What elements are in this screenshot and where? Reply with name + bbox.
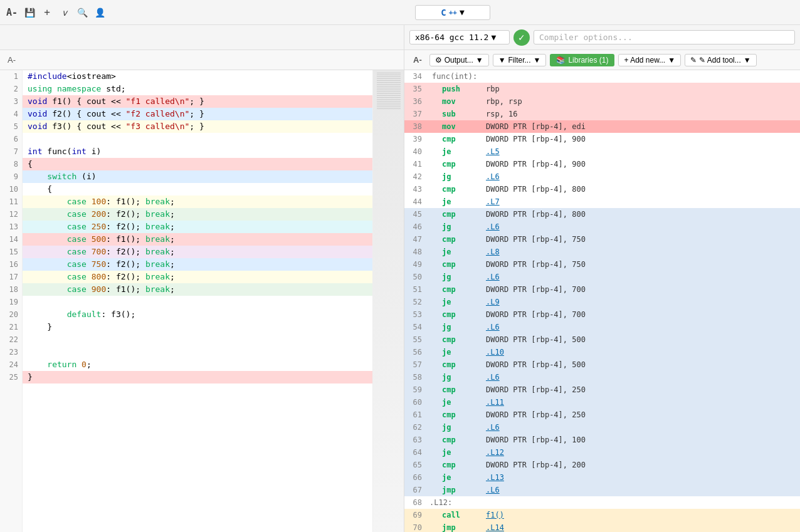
pencil-icon: ✎ bbox=[690, 56, 697, 65]
asm-row-49: 49 cmp DWORD PTR [rbp-4], 750 bbox=[404, 258, 800, 271]
asm-row-47: 47 cmp DWORD PTR [rbp-4], 750 bbox=[404, 233, 800, 246]
asm-link-L6f[interactable]: .L6 bbox=[486, 423, 500, 432]
asm-link-L6a[interactable]: .L6 bbox=[486, 172, 500, 181]
output-label: Output... bbox=[445, 56, 473, 65]
asm-operands-35: rbp bbox=[483, 83, 800, 95]
output-dropdown[interactable]: ▼ bbox=[476, 56, 483, 65]
code-line-12: case 200: f2(); break; bbox=[23, 208, 372, 221]
asm-link-L10[interactable]: .L10 bbox=[486, 348, 504, 357]
source-panel: A- 1 2 3 4 5 6 7 8 9 10 11 12 13 14 15 1… bbox=[0, 50, 404, 532]
ln-10: 10 bbox=[0, 183, 18, 196]
ln-12: 12 bbox=[0, 208, 18, 221]
asm-link-L14[interactable]: .L14 bbox=[486, 523, 504, 532]
v-icon[interactable]: v bbox=[58, 6, 71, 19]
compiler-options-placeholder: Compiler options... bbox=[539, 33, 633, 42]
asm-row-59: 59 cmp DWORD PTR [rbp-4], 250 bbox=[404, 383, 800, 396]
output-btn[interactable]: ⚙ Output... ▼ bbox=[429, 54, 489, 66]
asm-link-L9[interactable]: .L9 bbox=[486, 298, 500, 306]
asm-row-68: 68 .L12: bbox=[404, 496, 800, 509]
compiler-select[interactable]: x86-64 gcc 11.2 ▼ bbox=[409, 30, 510, 44]
add-icon[interactable]: + bbox=[40, 6, 54, 19]
user-icon[interactable]: 👤 bbox=[93, 6, 107, 19]
asm-row-65: 65 cmp DWORD PTR [rbp-4], 200 bbox=[404, 459, 800, 471]
code-line-23 bbox=[23, 346, 372, 358]
asm-link-f1[interactable]: f1() bbox=[486, 511, 504, 519]
compiler-name: x86-64 gcc 11.2 bbox=[415, 33, 488, 42]
add-new-dropdown[interactable]: ▼ bbox=[668, 56, 675, 65]
ln-21: 21 bbox=[0, 321, 18, 333]
code-line-16: case 750: f2(); break; bbox=[23, 258, 372, 271]
asm-row-69: 69 call f1() bbox=[404, 509, 800, 521]
compiler-options-input[interactable]: Compiler options... bbox=[534, 30, 795, 44]
ln-20: 20 bbox=[0, 308, 18, 321]
add-tool-dropdown[interactable]: ▼ bbox=[744, 56, 751, 65]
code-line-6 bbox=[23, 133, 372, 145]
asm-linenum-34: 34 bbox=[404, 70, 427, 83]
code-line-10: { bbox=[23, 183, 372, 196]
asm-link-L6c[interactable]: .L6 bbox=[486, 273, 500, 281]
asm-link-L8[interactable]: .L8 bbox=[486, 248, 500, 256]
ln-6: 6 bbox=[0, 133, 18, 145]
compile-button[interactable]: ✓ bbox=[513, 29, 530, 46]
compiler-language-select[interactable]: C ++ ▼ bbox=[415, 5, 490, 20]
asm-row-44: 44 je .L7 bbox=[404, 196, 800, 208]
ln-1: 1 bbox=[0, 70, 18, 83]
source-code-lines: #include<iostream> using namespace std; … bbox=[23, 70, 372, 532]
source-code-area[interactable]: 1 2 3 4 5 6 7 8 9 10 11 12 13 14 15 16 1… bbox=[0, 70, 404, 532]
minimap-code bbox=[377, 73, 401, 110]
code-line-21: } bbox=[23, 321, 372, 333]
ln-18: 18 bbox=[0, 283, 18, 296]
code-line-4: void f2() { cout << "f2 called\n"; } bbox=[23, 108, 372, 120]
ln-5: 5 bbox=[0, 120, 18, 133]
asm-row-61: 61 cmp DWORD PTR [rbp-4], 250 bbox=[404, 409, 800, 421]
add-tool-btn[interactable]: ✎ ✎ Add tool... ▼ bbox=[685, 54, 757, 66]
asm-row-58: 58 jg .L6 bbox=[404, 371, 800, 383]
ln-25: 25 bbox=[0, 371, 18, 383]
filter-label: Filter... bbox=[508, 56, 531, 65]
asm-link-L6e[interactable]: .L6 bbox=[486, 373, 500, 382]
source-font-btn[interactable]: A- bbox=[4, 54, 19, 66]
save-icon[interactable]: 💾 bbox=[23, 6, 36, 19]
cpp-plus: ++ bbox=[449, 8, 457, 16]
ln-17: 17 bbox=[0, 271, 18, 283]
asm-link-L12[interactable]: .L12 bbox=[486, 448, 504, 457]
asm-link-L6b[interactable]: .L6 bbox=[486, 222, 500, 231]
ln-19: 19 bbox=[0, 296, 18, 308]
add-new-btn[interactable]: + Add new... ▼ bbox=[618, 54, 681, 66]
libraries-btn[interactable]: 📚 Libraries (1) bbox=[550, 54, 614, 66]
asm-link-L7[interactable]: .L7 bbox=[486, 197, 500, 206]
asm-link-L5[interactable]: .L5 bbox=[486, 147, 500, 156]
asm-link-L6g[interactable]: .L6 bbox=[486, 486, 500, 494]
code-line-3: void f1() { cout << "f1 called\n"; } bbox=[23, 95, 372, 108]
compiler-dropdown-arrow[interactable]: ▼ bbox=[491, 33, 496, 42]
assembly-panel: A- ⚙ Output... ▼ ▼ Filter... ▼ 📚 Librari… bbox=[404, 50, 800, 532]
ln-3: 3 bbox=[0, 95, 18, 108]
asm-link-L6d[interactable]: .L6 bbox=[486, 323, 500, 331]
ln-24: 24 bbox=[0, 358, 18, 371]
asm-font-btn[interactable]: A- bbox=[409, 54, 426, 66]
code-line-13: case 250: f2(); break; bbox=[23, 221, 372, 233]
asm-row-53: 53 cmp DWORD PTR [rbp-4], 700 bbox=[404, 308, 800, 321]
filter-btn[interactable]: ▼ Filter... ▼ bbox=[493, 54, 547, 66]
asm-row-35: 35 push rbp bbox=[404, 83, 800, 95]
asm-row-48: 48 je .L8 bbox=[404, 246, 800, 258]
add-tool-label: ✎ Add tool... bbox=[699, 56, 741, 65]
asm-table: 34 func(int): 35 push rbp 36 mov bbox=[404, 70, 800, 532]
cpp-logo: C bbox=[441, 8, 446, 18]
asm-link-L13[interactable]: .L13 bbox=[486, 473, 504, 482]
code-line-20: default: f3(); bbox=[23, 308, 372, 321]
search-icon[interactable]: 🔍 bbox=[75, 6, 89, 19]
code-line-18: case 900: f1(); break; bbox=[23, 283, 372, 296]
code-line-22 bbox=[23, 333, 372, 346]
ln-22: 22 bbox=[0, 333, 18, 346]
filter-dropdown[interactable]: ▼ bbox=[534, 56, 541, 65]
code-line-11: case 100: f1(); break; bbox=[23, 196, 372, 208]
asm-link-L11[interactable]: .L11 bbox=[486, 398, 504, 407]
asm-code-area[interactable]: 34 func(int): 35 push rbp 36 mov bbox=[404, 70, 800, 532]
asm-row-64: 64 je .L12 bbox=[404, 446, 800, 459]
library-icon: 📚 bbox=[556, 56, 566, 65]
ln-14: 14 bbox=[0, 233, 18, 246]
font-size-icon[interactable]: A- bbox=[5, 6, 19, 19]
cpp-dropdown-arrow[interactable]: ▼ bbox=[460, 8, 465, 17]
ln-16: 16 bbox=[0, 258, 18, 271]
